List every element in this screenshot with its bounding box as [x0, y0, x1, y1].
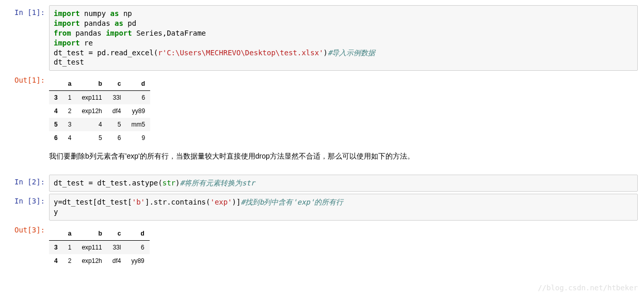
markdown-paragraph: 我们要删除b列元素含有'exp'的所有行，当数据量较大时直接使用drop方法显然…	[49, 152, 644, 161]
cell-out-1: Out[1]: a b c d 3 1 exp111 33l 6	[0, 72, 644, 174]
table-row: 6 4 5 6 9	[49, 131, 150, 145]
cell: exp12h	[76, 254, 107, 268]
cell: 6	[107, 131, 126, 145]
cell: yy89	[126, 254, 149, 268]
row-index: 4	[49, 104, 63, 118]
cell: exp12h	[76, 104, 107, 118]
table-header: d	[126, 227, 149, 241]
keyword-as: as	[115, 19, 123, 27]
code-text: Series,DataFrame	[132, 29, 206, 37]
cell: df4	[107, 254, 126, 268]
row-index: 5	[49, 118, 63, 131]
cell: 33l	[107, 91, 126, 105]
dataframe-table-1: a b c d 3 1 exp111 33l 6 4 2 exp12h	[49, 77, 150, 145]
code-text: pd	[123, 19, 136, 27]
cell: 4	[76, 118, 107, 131]
table-row: 3 1 exp111 33l 6	[49, 241, 150, 255]
code-text: dt_test	[54, 58, 84, 66]
row-index: 4	[49, 254, 63, 268]
code-text: pandas	[80, 19, 115, 27]
cell: 3	[63, 118, 77, 131]
cell: 6	[126, 241, 149, 255]
string-literal: r'C:\Users\MECHREVO\Desktop\test.xlsx'	[158, 49, 323, 57]
table-header: c	[107, 77, 126, 91]
table-header: c	[107, 227, 126, 241]
code-text: ].str.contains(	[145, 198, 210, 206]
table-row: 5 3 4 5 mm5	[49, 118, 150, 131]
table-header	[49, 227, 63, 241]
table-header	[49, 77, 63, 91]
code-text: y=dt_test[dt_test[	[54, 198, 132, 206]
comment: #导入示例数据	[328, 49, 375, 57]
builtin: str	[163, 179, 175, 187]
output-area-1: a b c d 3 1 exp111 33l 6 4 2 exp12h	[49, 73, 644, 173]
prompt-in-1: In [1]:	[0, 5, 49, 17]
cell-in-3: In [3]: y=dt_test[dt_test['b'].str.conta…	[0, 193, 644, 222]
cell: 5	[76, 131, 107, 145]
table-header-row: a b c d	[49, 227, 150, 241]
keyword-import: import	[106, 29, 132, 37]
prompt-in-2: In [2]:	[0, 175, 49, 186]
table-header: a	[63, 77, 77, 91]
table-header-row: a b c d	[49, 77, 150, 91]
keyword-from: from	[54, 29, 71, 37]
cell: df4	[107, 104, 126, 118]
table-header: d	[126, 77, 150, 91]
table-header: b	[76, 227, 107, 241]
code-input-2[interactable]: dt_test = dt_test.astype(str)#将所有元素转换为st…	[49, 175, 638, 192]
code-text: )	[324, 49, 328, 57]
code-text: y	[54, 208, 58, 216]
cell: exp111	[76, 241, 107, 255]
cell: mm5	[126, 118, 150, 131]
table-row: 3 1 exp111 33l 6	[49, 91, 150, 105]
code-text: dt_test = dt_test.astype(	[54, 179, 163, 187]
cell: 33l	[107, 241, 126, 255]
string-literal: 'exp'	[210, 198, 232, 206]
code-input-1[interactable]: import numpy as np import pandas as pd f…	[49, 5, 638, 71]
code-text: np	[119, 9, 132, 18]
cell-in-1: In [1]: import numpy as np import pandas…	[0, 4, 644, 72]
keyword-as: as	[110, 9, 119, 18]
code-text: numpy	[80, 9, 110, 18]
cell: 4	[63, 131, 77, 145]
prompt-out-3: Out[3]:	[0, 223, 49, 234]
prompt-out-1: Out[1]:	[0, 73, 49, 84]
string-literal: 'b'	[132, 198, 145, 206]
cell: 6	[126, 91, 150, 105]
keyword-import: import	[54, 19, 80, 27]
code-text: )]	[232, 198, 241, 206]
cell: exp111	[76, 91, 107, 105]
code-text: dt_test = pd.read_excel(	[54, 49, 158, 57]
row-index: 3	[49, 91, 63, 105]
dataframe-table-2: a b c d 3 1 exp111 33l 6 4 2 exp12h	[49, 227, 150, 268]
code-text: pandas	[71, 29, 106, 37]
code-text: re	[80, 39, 93, 47]
cell: 9	[126, 131, 150, 145]
table-header: b	[76, 77, 107, 91]
comment: #找到b列中含有'exp'的所有行	[240, 198, 343, 206]
cell: 1	[63, 91, 77, 105]
cell: 5	[107, 118, 126, 131]
cell: 2	[63, 104, 77, 118]
cell: 1	[63, 241, 77, 255]
keyword-import: import	[54, 9, 80, 18]
cell: yy89	[126, 104, 150, 118]
cell: 2	[63, 254, 77, 268]
output-area-3: a b c d 3 1 exp111 33l 6 4 2 exp12h	[49, 223, 644, 272]
row-index: 3	[49, 241, 63, 255]
code-input-3[interactable]: y=dt_test[dt_test['b'].str.contains('exp…	[49, 194, 638, 221]
cell-out-3: Out[3]: a b c d 3 1 exp111 33l 6	[0, 222, 644, 273]
cell-in-2: In [2]: dt_test = dt_test.astype(str)#将所…	[0, 174, 644, 193]
keyword-import: import	[54, 39, 80, 47]
prompt-in-3: In [3]:	[0, 194, 49, 205]
table-row: 4 2 exp12h df4 yy89	[49, 104, 150, 118]
comment: #将所有元素转换为str	[180, 179, 255, 187]
table-header: a	[63, 227, 77, 241]
row-index: 6	[49, 131, 63, 145]
table-row: 4 2 exp12h df4 yy89	[49, 254, 150, 268]
